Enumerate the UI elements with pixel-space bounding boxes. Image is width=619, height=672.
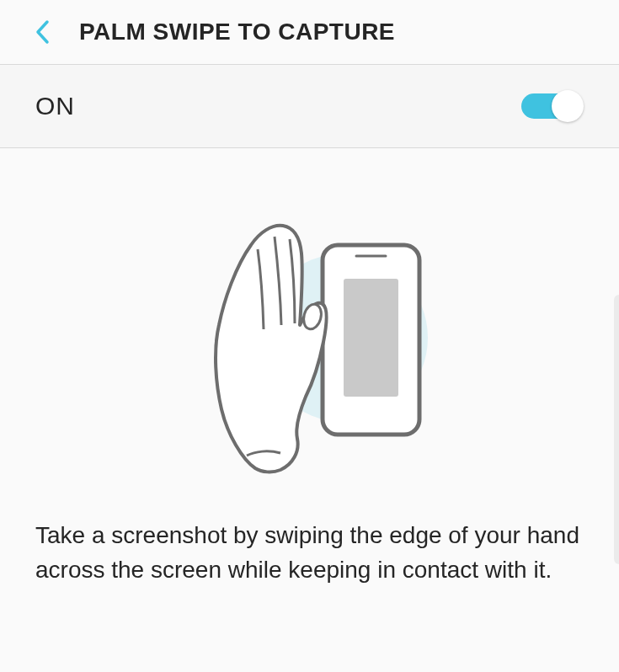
hand-phone-icon (175, 216, 445, 477)
toggle-switch[interactable] (521, 90, 584, 122)
toggle-row: ON (0, 65, 619, 147)
edge-panel-handle[interactable] (614, 295, 619, 564)
page-title: PALM SWIPE TO CAPTURE (79, 19, 395, 45)
chevron-left-icon (35, 19, 50, 45)
toggle-label: ON (35, 92, 75, 120)
svg-rect-3 (344, 279, 398, 397)
header: PALM SWIPE TO CAPTURE (0, 0, 619, 64)
back-button[interactable] (29, 19, 56, 45)
content-area: Take a screenshot by swiping the edge of… (0, 148, 619, 604)
switch-thumb (552, 90, 584, 122)
description-text: Take a screenshot by swiping the edge of… (35, 519, 584, 587)
palm-swipe-illustration (35, 216, 584, 477)
